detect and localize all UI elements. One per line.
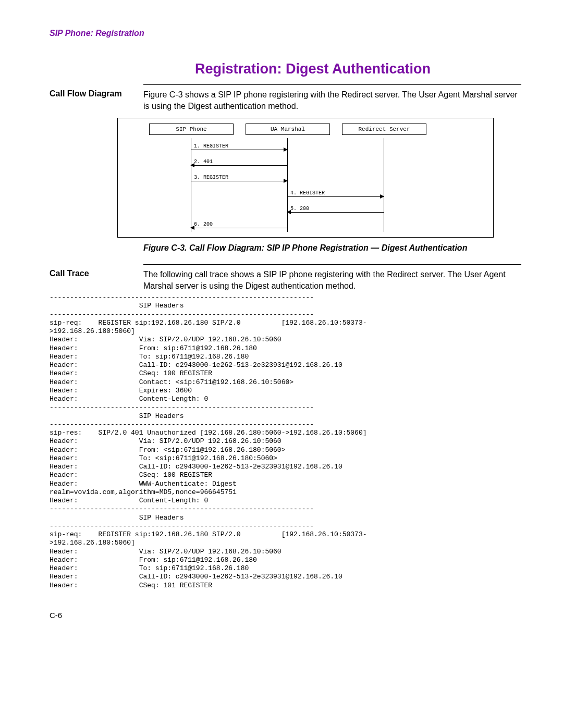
- msg-label: 2. 401: [194, 159, 213, 165]
- msg-num: 1.: [194, 143, 200, 149]
- lifeline: [384, 138, 384, 232]
- call-trace-label: Call Trace: [50, 269, 143, 278]
- msg-text: REGISTER: [300, 190, 325, 196]
- call-trace-block: Call Trace The following call trace show…: [50, 269, 521, 291]
- msg-label: 3. REGISTER: [194, 175, 228, 180]
- lifeline: [191, 138, 191, 232]
- call-trace-text: ----------------------------------------…: [50, 293, 521, 590]
- msg-text: 401: [203, 159, 213, 165]
- call-trace-body: The following call trace shows a SIP IP …: [143, 269, 521, 291]
- msg-arrow: [191, 150, 287, 150]
- msg-num: 6.: [194, 221, 200, 227]
- msg-text: REGISTER: [203, 175, 228, 180]
- lifeline: [287, 138, 288, 232]
- call-flow-label: Call Flow Diagram: [50, 89, 143, 98]
- call-flow-body: Figure C-3 shows a SIP IP phone register…: [143, 89, 521, 112]
- msg-num: 3.: [194, 175, 200, 180]
- msg-text: 200: [203, 221, 213, 227]
- msg-num: 2.: [194, 159, 200, 165]
- msg-text: 200: [300, 206, 309, 212]
- actor-sip-phone: SIP Phone: [149, 124, 234, 135]
- msg-arrow: [287, 196, 384, 197]
- figure-caption: Figure C-3. Call Flow Diagram: SIP IP Ph…: [143, 243, 521, 254]
- actor-ua-marshal: UA Marshal: [246, 124, 330, 135]
- msg-arrow: [287, 212, 384, 213]
- msg-label: 6. 200: [194, 221, 213, 227]
- divider: [143, 84, 521, 85]
- actor-redirect-server: Redirect Server: [342, 124, 426, 135]
- call-flow-diagram: SIP Phone UA Marshal Redirect Server 1. …: [117, 118, 494, 238]
- call-flow-block: Call Flow Diagram Figure C-3 shows a SIP…: [50, 89, 521, 112]
- msg-label: 1. REGISTER: [194, 143, 228, 149]
- msg-arrow: [191, 165, 287, 166]
- divider: [143, 264, 521, 265]
- msg-label: 5. 200: [290, 206, 309, 212]
- msg-label: 4. REGISTER: [290, 190, 325, 196]
- msg-text: REGISTER: [203, 143, 228, 149]
- section-header: SIP Phone: Registration: [50, 29, 521, 38]
- page-number: C-6: [50, 611, 521, 620]
- msg-arrow: [191, 181, 287, 181]
- msg-arrow: [191, 228, 287, 228]
- msg-num: 5.: [290, 206, 297, 212]
- msg-num: 4.: [290, 190, 297, 196]
- page-title: Registration: Digest Authentication: [104, 61, 521, 77]
